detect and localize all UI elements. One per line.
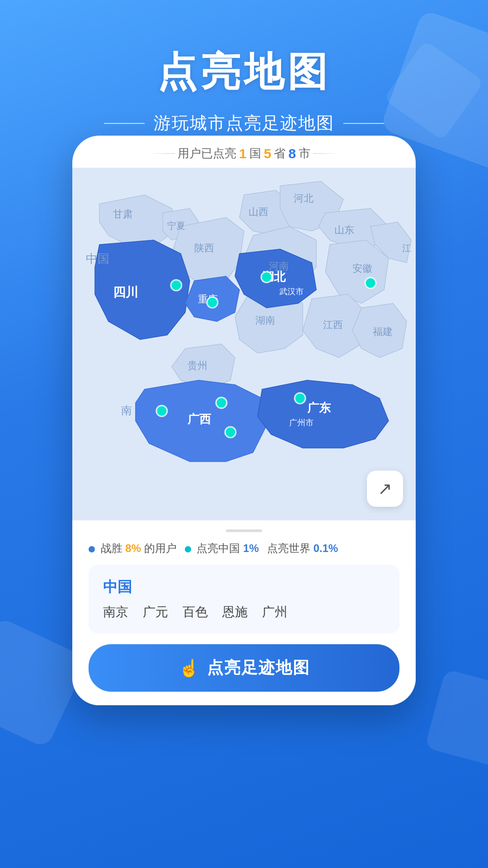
city-3: 恩施 [222,604,248,621]
world-label: 点亮世界 [267,542,310,554]
world-item: 点亮世界 0.1% [267,541,338,556]
city-label: 市 [299,146,310,161]
svg-text:山东: 山东 [334,224,354,236]
right-line [343,123,384,124]
phone-mockup: 用户已点亮 1 国 5 省 8 市 [72,136,416,705]
cta-label: 点亮足迹地图 [207,657,310,679]
svg-point-25 [207,297,218,308]
svg-text:中国: 中国 [86,252,109,265]
china-item: 点亮中国 1% [185,541,259,556]
city-2: 百色 [183,604,208,621]
svg-point-30 [295,393,305,404]
svg-point-23 [171,280,182,291]
svg-text:宁夏: 宁夏 [167,221,185,231]
svg-text:安徽: 安徽 [352,263,372,274]
china-pct: 1% [243,542,259,554]
dot-cyan [185,546,191,552]
map-svg: 甘肃 宁夏 山西 河北 山东 陕西 河南 安徽 四川 重庆 湖北 武汉市 贵州 … [72,168,416,520]
china-label: 点亮中国 [197,542,240,554]
cta-icon: ☝ [178,658,201,678]
location-country: 中国 [103,577,385,597]
stats-prefix: 用户已点亮 [178,146,236,161]
svg-text:广州市: 广州市 [289,418,314,427]
svg-text:江: 江 [402,243,411,253]
svg-point-27 [156,406,167,416]
svg-point-29 [225,427,236,438]
city-1: 广元 [143,604,168,621]
stats-row: 战胜 8% 的用户 点亮中国 1% 点亮世界 0.1% [89,541,399,556]
country-num: 1 [239,146,247,161]
svg-text:陕西: 陕西 [194,242,214,254]
svg-point-24 [261,272,272,283]
phone-bottom: 战胜 8% 的用户 点亮中国 1% 点亮世界 0.1% 中国 南京 广元 百色 … [72,520,416,705]
defeated-label: 战胜 [101,542,122,554]
svg-text:湖南: 湖南 [255,315,275,326]
header: 点亮地图 游玩城市点亮足迹地图 [0,0,488,135]
subtitle-row: 游玩城市点亮足迹地图 [0,112,488,135]
share-icon: ↗ [378,479,392,499]
dot-blue [89,546,95,552]
svg-text:南: 南 [121,404,132,416]
svg-text:武汉市: 武汉市 [279,287,304,296]
svg-text:江西: 江西 [323,319,343,330]
location-cities: 南京 广元 百色 恩施 广州 [103,604,385,621]
stats-bar: 用户已点亮 1 国 5 省 8 市 [72,136,416,168]
svg-text:山西: 山西 [249,206,268,217]
left-line [104,123,145,124]
svg-text:甘肃: 甘肃 [113,208,133,220]
province-num: 5 [264,146,272,161]
svg-text:广东: 广东 [307,401,331,415]
city-num: 8 [288,146,296,161]
location-card: 中国 南京 广元 百色 恩施 广州 [89,565,399,633]
stats-left-line [148,153,175,154]
province-label: 省 [274,146,286,161]
svg-point-28 [216,397,227,408]
defeated-suffix: 的用户 [144,542,177,554]
cta-button[interactable]: ☝ 点亮足迹地图 [89,644,399,692]
share-button[interactable]: ↗ [367,471,403,507]
world-pct: 0.1% [313,542,338,554]
defeated-pct: 8% [125,542,141,554]
defeated-item: 战胜 8% 的用户 [89,541,177,556]
svg-text:福建: 福建 [373,326,393,337]
page-title: 点亮地图 [0,45,488,99]
city-0: 南京 [103,604,128,621]
page-subtitle: 游玩城市点亮足迹地图 [154,112,334,135]
svg-point-26 [365,278,376,288]
country-label: 国 [249,146,261,161]
drag-handle [226,529,262,532]
svg-text:贵州: 贵州 [188,360,207,371]
map-container[interactable]: 甘肃 宁夏 山西 河北 山东 陕西 河南 安徽 四川 重庆 湖北 武汉市 贵州 … [72,168,416,520]
svg-text:广西: 广西 [187,412,211,426]
svg-text:四川: 四川 [113,285,138,299]
city-4: 广州 [262,604,287,621]
svg-text:河北: 河北 [294,193,314,204]
stats-right-line [313,153,340,154]
